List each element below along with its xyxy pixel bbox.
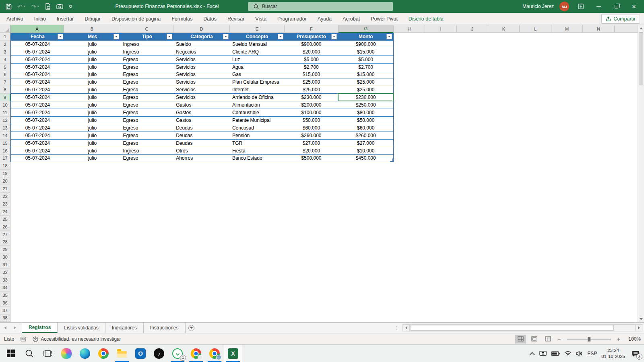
ribbon-tab-dise-o-de-tabla[interactable]: Diseño de tabla [409, 16, 444, 22]
ribbon-tab-power-pivot[interactable]: Power Pivot [371, 16, 398, 22]
cell[interactable]: TGR [230, 140, 285, 147]
cell[interactable]: 05-07-2024 [11, 71, 64, 78]
ribbon-display-options-button[interactable] [575, 0, 587, 13]
language-indicator[interactable]: ESP [587, 351, 597, 356]
chrome-button[interactable] [94, 345, 113, 362]
cell[interactable]: $250.000 [338, 101, 393, 109]
active-cell[interactable]: $230.000 [338, 94, 393, 101]
row-header-20[interactable]: 20 [0, 177, 10, 185]
volume-button[interactable] [576, 351, 583, 356]
cell[interactable]: Patente Municipal [230, 117, 285, 124]
cell[interactable]: Cliente ARQ [230, 48, 285, 56]
cell[interactable]: Egreso [120, 78, 173, 86]
cell[interactable]: julio [64, 78, 121, 86]
row-header-30[interactable]: 30 [0, 253, 10, 261]
row-header-38[interactable]: 38 [0, 315, 10, 322]
row-header-3[interactable]: 3 [0, 48, 10, 56]
row-header-28[interactable]: 28 [0, 238, 10, 246]
cell[interactable]: Cencosud [230, 124, 285, 132]
cell[interactable]: 05-07-2024 [11, 132, 64, 139]
camera-button[interactable] [56, 4, 63, 9]
cell[interactable]: 05-07-2024 [11, 94, 64, 101]
cast-button[interactable] [539, 351, 547, 356]
row-header-5[interactable]: 5 [0, 64, 10, 71]
filter-dropdown-button[interactable] [58, 34, 63, 39]
battery-button[interactable] [551, 351, 560, 356]
start-button[interactable] [2, 345, 20, 362]
cell[interactable]: $15.000 [285, 71, 339, 78]
cell[interactable]: Gastos [173, 109, 230, 116]
notification-center-button[interactable]: 3 [630, 348, 642, 360]
column-header-G[interactable]: G [339, 25, 394, 33]
ribbon-tab-f-rmulas[interactable]: Fórmulas [171, 16, 192, 22]
sheet-tab-indicadores[interactable]: Indicadores [105, 323, 144, 333]
cell[interactable]: $900.000 [285, 41, 339, 48]
column-header-H[interactable]: H [394, 25, 425, 33]
cell[interactable]: julio [64, 64, 121, 71]
cell[interactable]: Arriendo de Oficina [230, 94, 285, 101]
cell[interactable]: Luz [230, 56, 285, 63]
row-header-34[interactable]: 34 [0, 284, 10, 292]
ribbon-tab-insertar[interactable]: Insertar [57, 16, 74, 22]
outlook-button[interactable]: O [131, 345, 150, 362]
undo-button[interactable]: ↶ [17, 4, 26, 10]
cell[interactable]: 05-07-2024 [11, 117, 64, 124]
cell[interactable]: $20.000 [285, 147, 339, 154]
cell[interactable]: $60.000 [285, 124, 339, 132]
filter-dropdown-button[interactable] [167, 34, 172, 39]
cell[interactable]: $230.000 [285, 94, 339, 101]
scroll-right-button[interactable] [635, 324, 642, 331]
row-header-31[interactable]: 31 [0, 261, 10, 269]
vertical-scroll-thumb[interactable] [639, 32, 643, 84]
cell[interactable]: $200.000 [285, 101, 339, 109]
row-header-1[interactable]: 1 [0, 33, 10, 41]
cell[interactable]: $5.000 [338, 56, 393, 63]
cell[interactable]: julio [64, 56, 121, 63]
cell[interactable]: julio [64, 86, 121, 93]
cell[interactable]: 05-07-2024 [11, 56, 64, 63]
cell[interactable]: $260.000 [338, 132, 393, 139]
cell[interactable]: $260.000 [285, 132, 339, 139]
row-header-10[interactable]: 10 [0, 101, 10, 109]
table-header-cell[interactable]: Categoría [173, 33, 230, 40]
select-all-corner[interactable] [0, 25, 10, 33]
row-header-33[interactable]: 33 [0, 276, 10, 284]
cell[interactable]: 05-07-2024 [11, 48, 64, 56]
cell[interactable]: $50.000 [285, 117, 339, 124]
next-sheet-button[interactable] [14, 326, 16, 329]
zoom-out-button[interactable]: − [556, 336, 562, 342]
cell[interactable]: Banco Estado [230, 155, 285, 162]
cell[interactable]: julio [64, 124, 121, 132]
cell[interactable]: Agua [230, 64, 285, 71]
cell[interactable]: $60.000 [338, 124, 393, 132]
row-header-26[interactable]: 26 [0, 223, 10, 231]
cell[interactable]: Servicios [173, 94, 230, 101]
cell[interactable]: Deudas [173, 140, 230, 147]
row-header-14[interactable]: 14 [0, 132, 10, 140]
cell[interactable]: julio [64, 155, 121, 162]
cell[interactable]: julio [64, 71, 121, 78]
cell[interactable]: Sueldo Mensual [230, 41, 285, 48]
cell[interactable]: $25.000 [285, 86, 339, 93]
row-header-23[interactable]: 23 [0, 200, 10, 208]
cell[interactable]: 05-07-2024 [11, 147, 64, 154]
cell[interactable]: Gastos [173, 117, 230, 124]
sheet-tab-listas-validadas[interactable]: Listas validadas [58, 323, 105, 333]
ribbon-tab-inicio[interactable]: Inicio [34, 16, 46, 22]
cell[interactable]: julio [64, 132, 121, 139]
row-header-36[interactable]: 36 [0, 299, 10, 307]
cell[interactable]: 05-07-2024 [11, 101, 64, 109]
chrome-profile-2-button[interactable] [205, 345, 224, 362]
table-header-cell[interactable]: Monto [338, 33, 393, 40]
horizontal-scroll-thumb[interactable] [411, 325, 614, 331]
row-header-6[interactable]: 6 [0, 71, 10, 79]
zoom-slider-thumb[interactable] [588, 337, 590, 341]
cell[interactable]: Negocios [173, 48, 230, 56]
cell[interactable]: Alimentación [230, 101, 285, 109]
ribbon-tab-datos[interactable]: Datos [203, 16, 217, 22]
column-header-K[interactable]: K [488, 25, 520, 33]
cell[interactable]: $2.700 [338, 64, 393, 71]
taskbar-search-button[interactable] [20, 345, 39, 362]
edge-button[interactable] [76, 345, 94, 362]
column-header-N[interactable]: N [583, 25, 615, 33]
